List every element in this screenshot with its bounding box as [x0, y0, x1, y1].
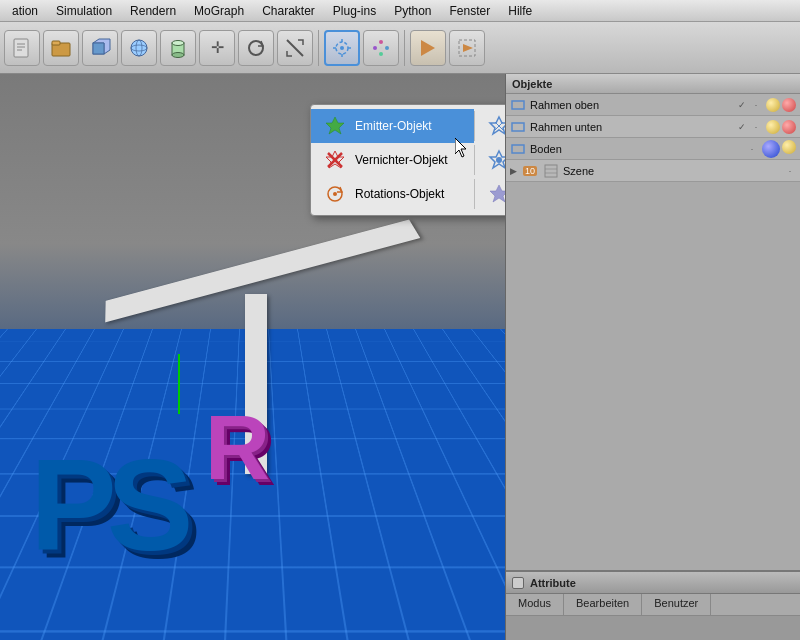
svg-marker-47 [490, 185, 505, 202]
dropdown-row-2: Vernichter-Objekt Reibungs-Objekt Gravit… [311, 143, 505, 177]
attr-tab-benutzer[interactable]: Benutzer [642, 594, 711, 615]
dropdown-menu: Emitter-Objekt Attraktor-Objekt Reflekto… [310, 104, 505, 216]
obj-vis-btns-2: · [732, 143, 758, 155]
toolbar-btn-new[interactable] [4, 30, 40, 66]
dropdown-item-turbulenz[interactable]: Turbulenz-Objekt [475, 177, 505, 211]
3d-text-r: R [205, 397, 270, 500]
svg-line-17 [287, 40, 303, 56]
attr-tabs: Modus Bearbeiten Benutzer [506, 594, 800, 616]
attraktor-icon [487, 114, 505, 138]
obj-icon-rahmen-oben [510, 97, 526, 113]
menubar: ation Simulation Rendern MoGraph Charakt… [0, 0, 800, 22]
mat-dot-0 [766, 98, 780, 112]
attr-checkbox[interactable] [512, 577, 524, 589]
obj-vis-dot-0[interactable]: · [750, 99, 762, 111]
svg-point-16 [249, 41, 263, 55]
toolbar-btn-render-region[interactable] [449, 30, 485, 66]
toolbar-separator-1 [318, 30, 319, 66]
obj-expand-szene[interactable]: ▶ [510, 166, 517, 176]
svg-rect-0 [14, 39, 28, 57]
obj-name-rahmen-unten: Rahmen unten [530, 121, 732, 133]
toolbar: ✛ [0, 22, 800, 74]
menu-fenster[interactable]: Fenster [442, 2, 499, 20]
toolbar-btn-rotate[interactable] [238, 30, 274, 66]
mat-dot-3 [782, 120, 796, 134]
rotations-icon [323, 182, 347, 206]
obj-vis-dot-3[interactable]: · [784, 165, 796, 177]
svg-point-28 [380, 46, 383, 49]
toolbar-btn-scale[interactable] [277, 30, 313, 66]
attr-header: Attribute [506, 572, 800, 594]
toolbar-btn-move[interactable]: ✛ [199, 30, 235, 66]
obj-vis-check-3[interactable] [770, 165, 782, 177]
dropdown-item-reibungs[interactable]: Reibungs-Objekt [475, 143, 505, 177]
main-area: PS R Emitter-Objekt Attraktor-Objekt [0, 74, 800, 640]
mat-dot-1 [782, 98, 796, 112]
attr-tab-modus[interactable]: Modus [506, 594, 564, 615]
obj-vis-dot-1[interactable]: · [750, 121, 762, 133]
obj-vis-dot-2[interactable]: · [746, 143, 758, 155]
material-dots-0 [766, 98, 796, 112]
toolbar-btn-emitter-active[interactable] [324, 30, 360, 66]
viewport[interactable]: PS R Emitter-Objekt Attraktor-Objekt [0, 74, 505, 640]
obj-row-boden[interactable]: Boden · [506, 138, 800, 160]
dropdown-item-vernichter[interactable]: Vernichter-Objekt [311, 143, 474, 177]
svg-marker-8 [93, 43, 104, 54]
obj-vis-check-1[interactable]: ✓ [736, 121, 748, 133]
svg-point-41 [496, 157, 502, 163]
attr-panel: Attribute Modus Bearbeiten Benutzer [506, 570, 800, 640]
3d-text-ps: PS [30, 430, 183, 580]
toolbar-btn-open[interactable] [43, 30, 79, 66]
obj-vis-check-2[interactable] [732, 143, 744, 155]
dropdown-item-rotations[interactable]: Rotations-Objekt [311, 177, 474, 211]
menu-mograph[interactable]: MoGraph [186, 2, 252, 20]
menu-animation[interactable]: ation [4, 2, 46, 20]
obj-row-rahmen-oben[interactable]: Rahmen oben ✓ · [506, 94, 800, 116]
axis-y [178, 354, 180, 414]
obj-row-rahmen-unten[interactable]: Rahmen unten ✓ · [506, 116, 800, 138]
vernichter-label: Vernichter-Objekt [355, 153, 448, 167]
menu-python[interactable]: Python [386, 2, 439, 20]
toolbar-separator-2 [404, 30, 405, 66]
obj-row-szene[interactable]: ▶ 10 Szene · [506, 160, 800, 182]
mat-dot-2 [766, 120, 780, 134]
toolbar-btn-particles[interactable] [363, 30, 399, 66]
svg-marker-31 [463, 44, 473, 52]
svg-point-25 [379, 40, 383, 44]
toolbar-btn-render[interactable] [410, 30, 446, 66]
obj-vis-btns-3: · [770, 165, 796, 177]
toolbar-btn-cylinder[interactable] [160, 30, 196, 66]
menu-hilfe[interactable]: Hilfe [500, 2, 540, 20]
obj-icon-szene [543, 163, 559, 179]
obj-vis-btns-0: ✓ · [736, 99, 762, 111]
svg-point-13 [172, 40, 184, 45]
attr-tab-bearbeiten[interactable]: Bearbeiten [564, 594, 642, 615]
svg-rect-54 [545, 165, 557, 177]
svg-point-26 [385, 46, 389, 50]
vernichter-icon [323, 148, 347, 172]
svg-point-46 [333, 192, 337, 196]
turbulenz-icon [487, 182, 505, 206]
obj-num-szene: 10 [523, 166, 537, 176]
toolbar-btn-sphere[interactable] [121, 30, 157, 66]
material-dots-2 [762, 140, 796, 158]
rotations-label: Rotations-Objekt [355, 187, 444, 201]
obj-vis-check-0[interactable]: ✓ [736, 99, 748, 111]
svg-point-9 [131, 40, 147, 56]
toolbar-btn-cube[interactable] [82, 30, 118, 66]
menu-rendern[interactable]: Rendern [122, 2, 184, 20]
svg-marker-29 [421, 40, 435, 56]
dropdown-row-3: Rotations-Objekt Turbulenz-Objekt Wind-O… [311, 177, 505, 211]
menu-charakter[interactable]: Charakter [254, 2, 323, 20]
svg-marker-32 [326, 117, 344, 134]
svg-rect-53 [512, 145, 524, 153]
dropdown-item-emitter[interactable]: Emitter-Objekt [311, 109, 474, 143]
svg-text:✛: ✛ [211, 39, 224, 56]
svg-rect-52 [512, 123, 524, 131]
material-dots-1 [766, 120, 796, 134]
menu-simulation[interactable]: Simulation [48, 2, 120, 20]
emitter-label: Emitter-Objekt [355, 119, 432, 133]
dropdown-item-attraktor[interactable]: Attraktor-Objekt [475, 109, 505, 143]
svg-rect-51 [512, 101, 524, 109]
menu-plugins[interactable]: Plug-ins [325, 2, 384, 20]
